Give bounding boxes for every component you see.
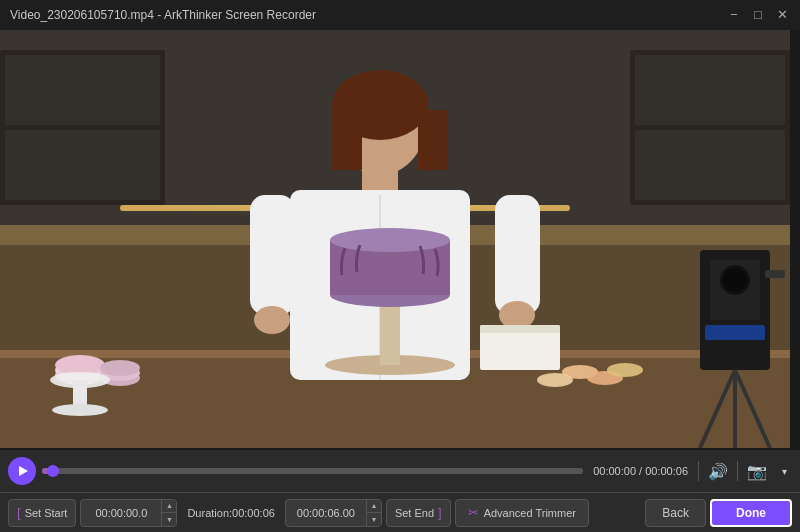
controls-bar: 00:00:00 / 00:00:06 🔊 📷 ▾	[0, 450, 800, 492]
volume-icon: 🔊	[708, 462, 728, 481]
svg-rect-4	[5, 130, 160, 200]
svg-point-47	[723, 268, 747, 292]
advanced-trimmer-button[interactable]: ✂ Advanced Trimmer	[455, 499, 589, 527]
set-start-button[interactable]: [ Set Start	[8, 499, 76, 527]
end-time-spinners: ▲ ▼	[366, 500, 381, 526]
window-title: Video_230206105710.mp4 - ArkThinker Scre…	[10, 8, 316, 22]
camera-icon: 📷	[747, 462, 767, 481]
start-time-input-group[interactable]: ▲ ▼	[80, 499, 177, 527]
maximize-button[interactable]: □	[750, 7, 766, 23]
set-end-label: Set End	[395, 507, 434, 519]
svg-rect-26	[380, 300, 400, 365]
advanced-trimmer-label: Advanced Trimmer	[484, 507, 576, 519]
svg-rect-48	[705, 325, 765, 340]
title-bar: Video_230206105710.mp4 - ArkThinker Scre…	[0, 0, 800, 30]
svg-rect-16	[332, 110, 362, 170]
svg-rect-3	[5, 55, 160, 125]
end-time-up-button[interactable]: ▲	[367, 500, 381, 513]
scissors-icon: ✂	[468, 505, 479, 520]
bottom-toolbar: [ Set Start ▲ ▼ Duration:00:00:06 ▲ ▼ Se…	[0, 492, 800, 532]
end-time-down-button[interactable]: ▼	[367, 513, 381, 526]
screenshot-button[interactable]: 📷	[744, 458, 770, 484]
window-controls: − □ ✕	[726, 7, 790, 23]
svg-point-39	[52, 404, 108, 416]
set-end-button[interactable]: Set End ]	[386, 499, 451, 527]
close-button[interactable]: ✕	[774, 7, 790, 23]
time-display: 00:00:00 / 00:00:06	[593, 465, 688, 477]
svg-rect-6	[635, 55, 785, 125]
volume-button[interactable]: 🔊	[705, 458, 731, 484]
start-time-down-button[interactable]: ▼	[162, 513, 176, 526]
end-time-input[interactable]	[286, 507, 366, 519]
minimize-button[interactable]: −	[726, 7, 742, 23]
back-button[interactable]: Back	[645, 499, 706, 527]
chevron-down-icon: ▾	[782, 466, 787, 477]
screenshot-dropdown-button[interactable]: ▾	[776, 458, 792, 484]
bracket-open-icon: [	[17, 505, 21, 520]
start-time-up-button[interactable]: ▲	[162, 500, 176, 513]
divider-volume	[698, 461, 699, 481]
bracket-close-icon: ]	[438, 505, 442, 520]
svg-rect-7	[635, 130, 785, 200]
svg-point-24	[499, 301, 535, 329]
svg-point-43	[607, 363, 643, 377]
progress-thumb[interactable]	[47, 465, 59, 477]
start-time-input[interactable]	[81, 507, 161, 519]
done-button[interactable]: Done	[710, 499, 792, 527]
svg-rect-54	[480, 325, 560, 333]
svg-rect-17	[418, 110, 448, 170]
svg-point-36	[100, 360, 140, 376]
end-time-input-group[interactable]: ▲ ▼	[285, 499, 382, 527]
svg-rect-21	[250, 195, 295, 315]
divider-camera	[737, 461, 738, 481]
svg-rect-22	[495, 195, 540, 315]
svg-point-42	[537, 373, 573, 387]
svg-point-30	[330, 228, 450, 252]
svg-rect-49	[765, 270, 785, 278]
play-button[interactable]	[8, 457, 36, 485]
start-time-spinners: ▲ ▼	[161, 500, 176, 526]
video-area	[0, 30, 800, 450]
svg-point-23	[254, 306, 290, 334]
progress-bar[interactable]	[42, 468, 583, 474]
set-start-label: Set Start	[25, 507, 68, 519]
scene-svg	[0, 30, 790, 448]
video-scene	[0, 30, 790, 448]
duration-label: Duration:00:00:06	[181, 507, 280, 519]
